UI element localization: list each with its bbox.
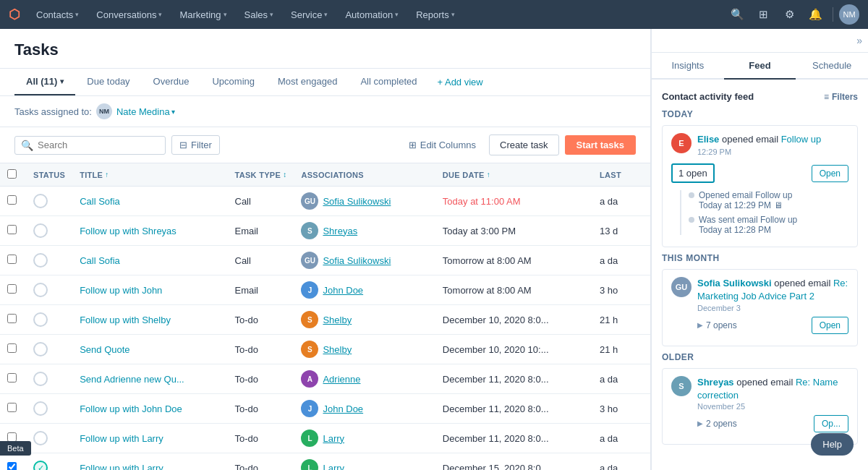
open-button-shreyas[interactable]: Op... xyxy=(814,415,848,432)
nav-conversations[interactable]: Conversations ▾ xyxy=(89,0,169,29)
col-associations[interactable]: ASSOCIATIONS xyxy=(294,163,435,187)
assoc-name-link[interactable]: Larry xyxy=(323,433,344,444)
row-checkbox[interactable] xyxy=(7,373,17,383)
col-due-date[interactable]: DUE DATE ↑ xyxy=(435,163,592,187)
panel-tab-insights[interactable]: Insights xyxy=(652,53,724,80)
assigned-name-link[interactable]: Nate Medina ▾ xyxy=(116,106,175,117)
table-row: Call Sofia Call GU Sofia Sulikowski Toda… xyxy=(0,187,650,216)
status-circle[interactable] xyxy=(33,312,48,327)
shreyas-opens[interactable]: ▶ 2 opens xyxy=(697,419,737,429)
status-circle[interactable] xyxy=(33,372,48,386)
tab-due-today[interactable]: Due today xyxy=(75,69,141,95)
task-title-link[interactable]: Call Sofia xyxy=(80,196,120,207)
row-type-cell: To-do xyxy=(228,424,294,453)
tab-most-engaged[interactable]: Most engaged xyxy=(266,69,349,95)
task-title-link[interactable]: Follow up with Shelby xyxy=(80,315,171,325)
tab-add-view[interactable]: + Add view xyxy=(428,69,491,95)
nav-automation[interactable]: Automation ▾ xyxy=(338,0,406,29)
help-button[interactable]: Help xyxy=(811,433,854,456)
task-title-link[interactable]: Follow up with Shreyas xyxy=(80,226,176,236)
timeline-dot-2 xyxy=(689,217,694,223)
panel-tab-schedule[interactable]: Schedule xyxy=(796,53,868,80)
nav-reports[interactable]: Reports ▾ xyxy=(409,0,462,29)
assoc-name-link[interactable]: Shreyas xyxy=(323,226,357,236)
assoc-name-link[interactable]: Larry xyxy=(323,463,344,471)
nav-sales[interactable]: Sales ▾ xyxy=(237,0,281,29)
nav-contacts[interactable]: Contacts ▾ xyxy=(29,0,86,29)
search-input[interactable] xyxy=(38,140,159,150)
task-title-link[interactable]: Follow up with John xyxy=(80,285,162,296)
assoc-name-link[interactable]: Shelby xyxy=(323,315,352,325)
assoc-name-link[interactable]: John Doe xyxy=(323,403,363,414)
status-circle[interactable] xyxy=(33,401,48,416)
tab-all-completed[interactable]: All completed xyxy=(349,69,428,95)
elise-email-link[interactable]: Follow up xyxy=(781,134,822,145)
assoc-name-link[interactable]: John Doe xyxy=(323,285,363,296)
row-status-cell: ✓ xyxy=(26,453,72,471)
elise-link[interactable]: Elise xyxy=(697,134,719,145)
start-tasks-button[interactable]: Start tasks xyxy=(565,135,636,155)
open-button-elise[interactable]: Open xyxy=(812,165,848,182)
row-checkbox[interactable] xyxy=(7,403,17,412)
edit-columns-button[interactable]: ⊞ Edit Columns xyxy=(401,136,483,154)
select-all-checkbox[interactable] xyxy=(7,169,17,179)
row-checkbox[interactable] xyxy=(7,225,17,234)
tab-all[interactable]: All (11) ▾ xyxy=(14,69,75,95)
row-checkbox[interactable] xyxy=(7,462,17,470)
collapse-icon[interactable]: » xyxy=(856,35,862,46)
status-circle[interactable] xyxy=(33,194,48,208)
row-status-cell xyxy=(26,394,72,424)
task-title-link[interactable]: Call Sofia xyxy=(80,255,120,266)
panel-tab-feed[interactable]: Feed xyxy=(724,53,796,80)
row-checkbox[interactable] xyxy=(7,284,17,294)
tab-overdue[interactable]: Overdue xyxy=(142,69,201,95)
assoc-name-link[interactable]: Sofia Sulikowski xyxy=(323,255,391,266)
search-icon-btn[interactable]: 🔍 xyxy=(726,3,749,26)
row-checkbox[interactable] xyxy=(7,255,17,264)
col-status[interactable]: STATUS xyxy=(26,163,72,187)
settings-icon-btn[interactable]: ⚙ xyxy=(778,3,801,26)
status-circle[interactable] xyxy=(33,223,48,238)
filter-button[interactable]: ⊟ Filter xyxy=(171,135,220,155)
row-checkbox[interactable] xyxy=(7,343,17,353)
row-checkbox[interactable] xyxy=(7,314,17,323)
assoc-name-link[interactable]: Shelby xyxy=(323,344,352,355)
nav-service[interactable]: Service ▾ xyxy=(284,0,335,29)
task-type: To-do xyxy=(235,463,259,471)
shreyas-link[interactable]: Shreyas xyxy=(697,377,734,388)
create-task-button[interactable]: Create task xyxy=(489,134,558,155)
status-circle[interactable] xyxy=(33,431,48,445)
due-date-value: Today at 3:00 PM xyxy=(443,226,516,236)
status-circle[interactable] xyxy=(33,342,48,356)
task-title-link[interactable]: Send Adrienne new Qu... xyxy=(80,374,184,385)
col-title[interactable]: TITLE ↑ xyxy=(72,163,227,187)
notifications-icon-btn[interactable]: 🔔 xyxy=(804,3,827,26)
association-item: A Adrienne xyxy=(301,370,427,388)
task-title-link[interactable]: Follow up with John Doe xyxy=(80,403,182,414)
panel-filters-btn[interactable]: ≡ Filters xyxy=(824,92,858,102)
row-due-cell: Today at 11:00 AM xyxy=(435,187,592,216)
beta-badge[interactable]: Beta xyxy=(0,441,31,456)
status-circle[interactable]: ✓ xyxy=(33,461,48,470)
status-circle[interactable] xyxy=(33,283,48,297)
hubspot-logo[interactable]: ⬡ xyxy=(9,7,20,22)
nav-marketing[interactable]: Marketing ▾ xyxy=(172,0,234,29)
assoc-name-link[interactable]: Sofia Sulikowski xyxy=(323,196,391,207)
task-title-link[interactable]: Send Quote xyxy=(80,344,129,355)
col-last[interactable]: LAST xyxy=(592,163,650,187)
assoc-name-link[interactable]: Adrienne xyxy=(323,374,360,385)
open-button-sofia[interactable]: Open xyxy=(812,317,848,334)
open-count-input[interactable]: 1 open xyxy=(671,163,715,183)
user-avatar[interactable]: NM xyxy=(839,4,859,25)
search-box[interactable]: 🔍 xyxy=(14,136,166,155)
marketplace-icon-btn[interactable]: ⊞ xyxy=(752,3,775,26)
sofia-opens[interactable]: ▶ 7 opens xyxy=(697,320,737,330)
sofia-link[interactable]: Sofia Sulikowski xyxy=(697,278,772,289)
status-circle[interactable] xyxy=(33,253,48,268)
tab-upcoming[interactable]: Upcoming xyxy=(200,69,266,95)
task-title-link[interactable]: Follow up with Larry xyxy=(80,433,163,444)
task-title-link[interactable]: Follow up with Larry xyxy=(80,463,163,471)
row-checkbox[interactable] xyxy=(7,195,17,205)
col-task-type[interactable]: TASK TYPE ↕ xyxy=(228,163,294,187)
due-date-value: December 11, 2020 8:0... xyxy=(443,403,549,414)
